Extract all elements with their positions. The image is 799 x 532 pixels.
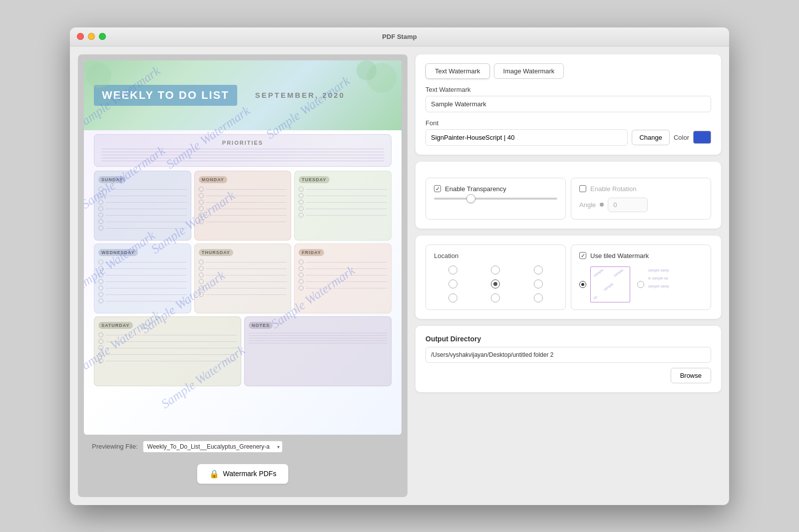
main-window: PDF Stamp WEEKLY TO DO LIST SEPTEMBER, 2… [70, 27, 729, 505]
watermark-pdfs-button[interactable]: 🔒 Watermark PDFs [197, 464, 289, 484]
loc-radio-bc[interactable] [491, 293, 500, 302]
file-select[interactable]: Weekly_To_Do_List__Eucalyptus_Greenery-a [143, 441, 283, 453]
loc-radio-mr[interactable] [534, 279, 543, 288]
pdf-title-text: WEEKLY TO DO LIST [102, 89, 229, 101]
font-input[interactable] [425, 129, 628, 146]
maximize-button[interactable] [99, 33, 106, 40]
pdf-title-block: WEEKLY TO DO LIST [94, 85, 237, 106]
day-label-saturday: SATURDAY [98, 322, 133, 329]
browse-button[interactable]: Browse [671, 368, 711, 383]
priority-line [101, 149, 384, 149]
priority-line [101, 155, 384, 155]
pdf-date-text: SEPTEMBER, 2020 [255, 91, 345, 99]
day-checkboxes [299, 187, 387, 218]
trans-rot-row: Enable Transparency Enable Rotation [425, 171, 711, 220]
watermark-btn-area: 🔒 Watermark PDFs [84, 459, 401, 491]
tile-outer-1: sample samp [648, 268, 669, 272]
angle-label: Angle [579, 201, 596, 209]
color-swatch[interactable] [693, 131, 711, 144]
close-button[interactable] [77, 33, 84, 40]
watermark-btn-label: Watermark PDFs [223, 470, 277, 478]
day-card-wednesday: WEDNESDAY [94, 244, 191, 313]
loc-radio-tr[interactable] [534, 266, 543, 274]
day-card-tuesday: TUESDAY [294, 171, 392, 241]
day-label-wednesday: WEDNESDAY [98, 249, 138, 256]
change-font-button[interactable]: Change [632, 130, 670, 145]
file-dropdown-wrapper[interactable]: Weekly_To_Do_List__Eucalyptus_Greenery-a [143, 441, 283, 453]
tab-image-watermark[interactable]: Image Watermark [494, 63, 564, 79]
slider-thumb [466, 194, 475, 203]
minimize-button[interactable] [88, 33, 95, 40]
tiled-options: sample sample sample sa... sampl [579, 266, 703, 302]
tile-sample-2: sample [613, 268, 624, 277]
loc-radio-bl[interactable] [448, 293, 457, 302]
pdf-priorities: PRIORITIES [94, 134, 392, 167]
tiled-checkbox[interactable] [579, 252, 586, 259]
preview-bottom-bar: Previewing File: Weekly_To_Do_List__Euca… [84, 435, 401, 459]
day-label-monday: MONDAY [199, 176, 227, 183]
window-controls [77, 33, 106, 40]
transparency-checkbox[interactable] [434, 185, 441, 192]
text-watermark-input[interactable] [425, 96, 711, 112]
pdf-days-bottom: SATURDAY NOTES [94, 316, 392, 386]
transparency-rotation-card: Enable Transparency Enable Rotation [415, 162, 721, 229]
tiled-preview-outer: sample samp le sample sa sample samp [648, 266, 693, 302]
font-label: Font [425, 119, 711, 127]
tiled-option-2[interactable]: sample samp le sample sa sample samp [637, 266, 693, 302]
priority-line [101, 152, 384, 152]
day-card-saturday: SATURDAY [94, 316, 241, 386]
output-dir-input[interactable] [425, 347, 711, 363]
day-card-sunday: SUNDAY [94, 171, 191, 241]
tiled-radio-2 [637, 281, 644, 288]
tiled-option-1[interactable]: sample sample sample sa... [579, 266, 630, 302]
location-grid [434, 266, 557, 302]
day-checkboxes [199, 260, 287, 297]
day-label-thursday: THURSDAY [199, 249, 233, 256]
transparency-label: Enable Transparency [445, 185, 506, 193]
angle-dot [600, 203, 604, 207]
browse-row: Browse [425, 368, 711, 383]
transparency-slider[interactable] [434, 198, 557, 200]
day-checkboxes [299, 260, 387, 290]
text-watermark-label: Text Watermark [425, 86, 711, 93]
day-label-sunday: SUNDAY [98, 176, 126, 183]
day-label-tuesday: TUESDAY [299, 176, 329, 183]
loc-radio-mc[interactable] [491, 279, 500, 288]
tile-outer-2: le sample sa [648, 276, 668, 280]
pdf-preview-panel: WEEKLY TO DO LIST SEPTEMBER, 2020 PRIORI… [78, 54, 407, 497]
tile-sample-3: sample [603, 282, 614, 291]
content-area: WEEKLY TO DO LIST SEPTEMBER, 2020 PRIORI… [70, 46, 729, 505]
day-checkboxes [249, 332, 387, 343]
rotation-checkbox[interactable] [579, 185, 586, 192]
loc-radio-br[interactable] [534, 293, 543, 302]
day-checkboxes [98, 260, 187, 303]
loc-radio-tl[interactable] [448, 266, 457, 274]
rotation-header: Enable Rotation [579, 185, 703, 193]
angle-row: Angle [579, 198, 703, 212]
loc-radio-tc[interactable] [491, 266, 500, 274]
transparency-header: Enable Transparency [434, 185, 557, 193]
day-card-friday: FRIDAY [294, 244, 392, 313]
transparency-box: Enable Transparency [425, 178, 566, 220]
priority-line [101, 161, 384, 161]
window-title: PDF Stamp [382, 33, 416, 40]
location-tiled-row: Location [425, 245, 711, 310]
tab-row: Text Watermark Image Watermark [425, 63, 711, 79]
tile-outer-3: sample samp [648, 284, 669, 288]
pdf-content: WEEKLY TO DO LIST SEPTEMBER, 2020 PRIORI… [84, 60, 401, 435]
font-row: Change Color [425, 129, 711, 146]
lock-icon: 🔒 [209, 469, 219, 479]
angle-input[interactable] [608, 198, 648, 212]
pdf-preview: WEEKLY TO DO LIST SEPTEMBER, 2020 PRIORI… [84, 60, 401, 435]
day-label-friday: FRIDAY [299, 249, 324, 256]
transparency-slider-row [434, 198, 557, 200]
title-bar: PDF Stamp [70, 27, 729, 46]
loc-radio-ml[interactable] [448, 279, 457, 288]
tiled-radio-1 [579, 281, 586, 288]
pdf-header: WEEKLY TO DO LIST SEPTEMBER, 2020 [84, 60, 401, 130]
day-card-thursday: THURSDAY [194, 244, 292, 313]
rotation-box: Enable Rotation Angle [571, 178, 711, 220]
day-checkboxes [98, 332, 237, 363]
tiled-header: Use tiled Watermark [579, 252, 703, 260]
tab-text-watermark[interactable]: Text Watermark [425, 63, 490, 79]
